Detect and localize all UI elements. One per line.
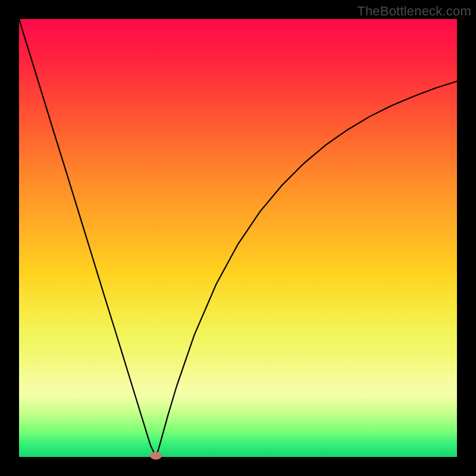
plot-area	[19, 19, 457, 457]
watermark-text: TheBottleneck.com	[357, 4, 471, 19]
bottleneck-curve	[19, 19, 457, 457]
optimal-point-marker	[150, 452, 162, 459]
chart-frame: TheBottleneck.com	[0, 0, 476, 476]
